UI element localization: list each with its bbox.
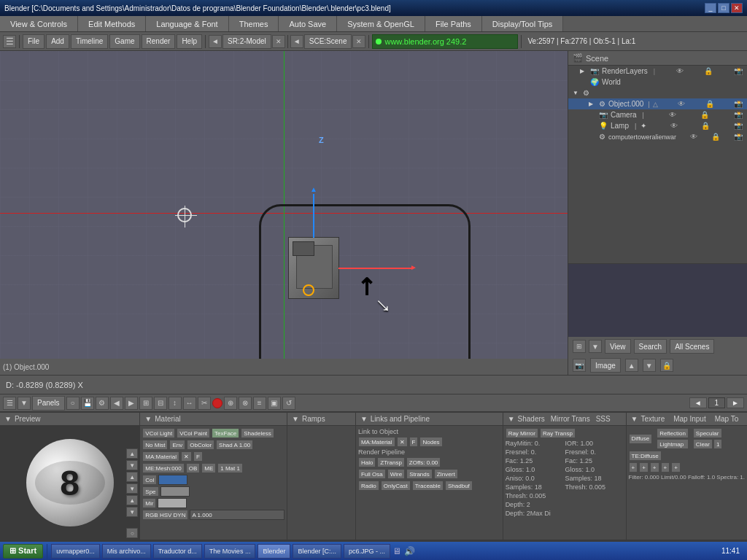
zinvert-btn[interactable]: ZInvert bbox=[434, 469, 458, 479]
viewport-3d[interactable]: Z ↙ → (1) Object.000 bbox=[0, 51, 568, 375]
radio-btn[interactable]: Radio bbox=[358, 481, 379, 491]
specular-btn[interactable]: Specular bbox=[693, 428, 723, 438]
camera-eye[interactable]: 👁 bbox=[669, 111, 676, 119]
preview-side-btn3[interactable]: ▲ bbox=[126, 472, 138, 482]
lightmap-btn[interactable]: Lightmap bbox=[657, 439, 689, 449]
taskbar-blender[interactable]: Blender bbox=[258, 544, 290, 559]
taskbar-mis-archivos[interactable]: Mis archivo... bbox=[102, 544, 151, 559]
ct-eye[interactable]: 👁 bbox=[690, 133, 697, 141]
taskbar-movies[interactable]: The Movies ... bbox=[204, 544, 256, 559]
obj-render[interactable]: 📸 bbox=[734, 100, 743, 108]
panels-drop[interactable]: ▼ bbox=[18, 397, 31, 410]
scene-render-icon[interactable]: 📷 bbox=[573, 359, 586, 372]
tex-add-btn2[interactable]: + bbox=[639, 462, 649, 472]
tex-add-btn5[interactable]: + bbox=[671, 462, 681, 472]
scene-lock-icon[interactable]: 🔒 bbox=[660, 359, 673, 372]
texface-btn[interactable]: TexFace bbox=[212, 428, 239, 438]
ob-color-btn[interactable]: ObColor bbox=[187, 440, 214, 450]
game-menu[interactable]: Game bbox=[109, 34, 139, 49]
tab-file-paths[interactable]: File Paths bbox=[425, 16, 482, 31]
renderlayers-eye[interactable]: 👁 bbox=[676, 67, 684, 75]
halo-btn[interactable]: Halo bbox=[358, 457, 376, 467]
taskbar-traductor[interactable]: Traductor d... bbox=[153, 544, 202, 559]
render-menu[interactable]: Render bbox=[142, 34, 176, 49]
tab-display-tooltips[interactable]: Display/Tool Tips bbox=[482, 16, 564, 31]
link-x-btn[interactable]: ✕ bbox=[397, 437, 408, 447]
panels-btn3[interactable]: ⚙ bbox=[96, 397, 109, 410]
tex-add-btn4[interactable]: + bbox=[661, 462, 670, 472]
mir-swatch[interactable] bbox=[158, 498, 187, 508]
preview-side-btn6[interactable]: ▼ bbox=[126, 507, 138, 517]
tab-view-controls[interactable]: View & Controls bbox=[0, 16, 78, 31]
link-f-btn[interactable]: F bbox=[409, 437, 419, 447]
ztransp-btn[interactable]: ZTransp bbox=[377, 457, 405, 467]
panels-btn13[interactable]: ≡ bbox=[253, 397, 266, 410]
col-swatch[interactable] bbox=[158, 475, 187, 485]
lamp-eye[interactable]: 👁 bbox=[670, 122, 678, 130]
sr-left-btn[interactable]: ◄ bbox=[209, 35, 222, 48]
minimize-btn[interactable]: _ bbox=[705, 3, 716, 13]
taskbar-pc6[interactable]: pc6.JPG - ... bbox=[344, 544, 390, 559]
link-nodes-btn[interactable]: Nodes bbox=[419, 437, 442, 447]
add-menu[interactable]: Add bbox=[46, 34, 69, 49]
scene-tree-root[interactable]: ▼ ⚙ bbox=[568, 88, 747, 98]
shad-btn[interactable]: Shad A 1.00 bbox=[216, 440, 253, 450]
taskbar-uvmapper[interactable]: uvmapper0... bbox=[51, 544, 100, 559]
clear-btn[interactable]: Clear bbox=[693, 439, 713, 449]
timeline-menu[interactable]: Timeline bbox=[71, 34, 108, 49]
ma-material-btn[interactable]: MA:Material bbox=[142, 451, 179, 462]
alpha-input[interactable] bbox=[190, 510, 285, 520]
sce-left-btn[interactable]: ◄ bbox=[290, 35, 303, 48]
onlycast-btn[interactable]: OnlyCast bbox=[381, 481, 411, 491]
no-mist-btn[interactable]: No Mist bbox=[142, 440, 168, 450]
panels-icon[interactable]: ☰ bbox=[3, 397, 16, 410]
taskbar-blender-c[interactable]: Blender [C:... bbox=[293, 544, 341, 559]
preview-bottom-btn[interactable]: ○ bbox=[126, 528, 138, 538]
scene-down-arrow[interactable]: ▼ bbox=[643, 359, 656, 372]
vcol-light-btn[interactable]: VCol Light bbox=[142, 428, 175, 438]
scene-up-arrow[interactable]: ▲ bbox=[625, 359, 638, 372]
tab-auto-save[interactable]: Auto Save bbox=[279, 16, 337, 31]
help-menu[interactable]: Help bbox=[177, 34, 202, 49]
tex-num-btn[interactable]: 1 bbox=[713, 439, 722, 449]
lamp-lock[interactable]: 🔒 bbox=[701, 122, 710, 130]
menu-icon-btn[interactable]: ☰ bbox=[3, 35, 16, 48]
panel-prev-btn[interactable]: ◄ bbox=[689, 397, 707, 408]
camera-lock[interactable]: 🔒 bbox=[700, 111, 709, 119]
strands-btn[interactable]: Strands bbox=[406, 469, 433, 479]
panels-btn9[interactable]: ↔ bbox=[183, 397, 196, 410]
scene-tree-world[interactable]: 🌍 World bbox=[568, 77, 747, 88]
ray-transp-btn[interactable]: Ray Transp bbox=[540, 428, 576, 438]
start-button[interactable]: ⊞ Start bbox=[3, 544, 43, 559]
panels-btn7[interactable]: ⊟ bbox=[154, 397, 167, 410]
panels-btn12[interactable]: ⊗ bbox=[239, 397, 252, 410]
sr-x-btn[interactable]: ✕ bbox=[272, 35, 285, 48]
file-menu[interactable]: File bbox=[23, 34, 44, 49]
te-diffuse-btn[interactable]: TE:Diffuse bbox=[629, 451, 662, 461]
sce-label[interactable]: SCE:Scene bbox=[304, 34, 352, 49]
panels-btn14[interactable]: ▣ bbox=[268, 397, 281, 410]
traceable-btn[interactable]: Traceable bbox=[412, 481, 444, 491]
tab-themes[interactable]: Themes bbox=[229, 16, 279, 31]
panels-btn5[interactable]: ▶ bbox=[125, 397, 138, 410]
spe-swatch[interactable] bbox=[160, 486, 190, 497]
shadbuf-btn[interactable]: Shadbuf bbox=[445, 481, 473, 491]
preview-side-btn5[interactable]: ▲ bbox=[126, 495, 138, 505]
close-btn[interactable]: ✕ bbox=[731, 3, 743, 13]
scene-view-drop[interactable]: ▼ bbox=[589, 340, 602, 353]
scene-tree-renderlayers[interactable]: ▶ 📷 RenderLayers | 👁 🔒 📸 bbox=[568, 66, 747, 77]
rgb-btn[interactable]: RGB HSV DYN bbox=[142, 510, 188, 520]
shadeless-btn[interactable]: Shadeless bbox=[241, 428, 274, 438]
panel-next-btn[interactable]: ► bbox=[727, 397, 744, 408]
panels-circle[interactable]: ○ bbox=[66, 397, 80, 410]
reflection-btn[interactable]: Reflection bbox=[657, 428, 689, 438]
ct-lock[interactable]: 🔒 bbox=[711, 133, 720, 141]
tab-edit-methods[interactable]: Edit Methods bbox=[78, 16, 146, 31]
preview-side-btn4[interactable]: ▼ bbox=[126, 483, 138, 494]
renderlayers-render[interactable]: 📸 bbox=[734, 67, 743, 75]
ct-render[interactable]: 📸 bbox=[734, 133, 743, 141]
env-btn[interactable]: Env bbox=[169, 440, 185, 450]
panels-btn11[interactable]: ⊕ bbox=[224, 397, 237, 410]
scene-tree-camera[interactable]: 📷 Camera | 👁 🔒 📸 bbox=[568, 109, 747, 120]
tab-system-opengl[interactable]: System & OpenGL bbox=[337, 16, 425, 31]
